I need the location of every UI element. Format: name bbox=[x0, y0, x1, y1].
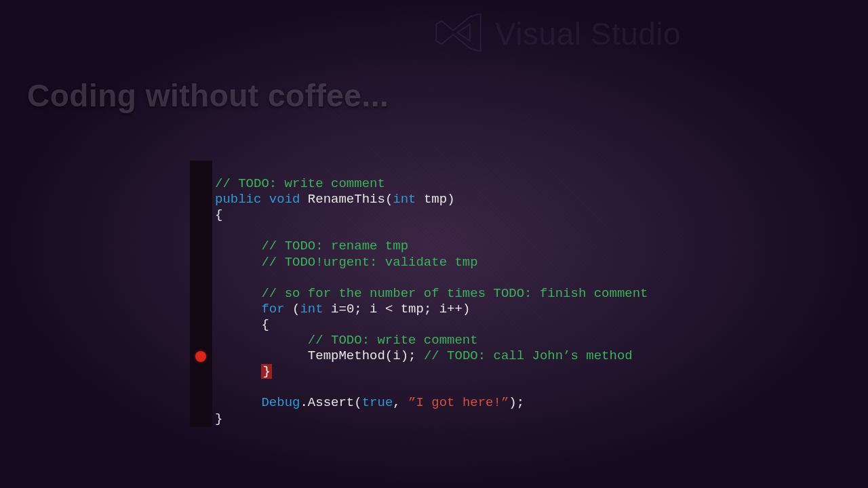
vs-logo-text: Visual Studio bbox=[495, 16, 681, 52]
code-brace-highlighted: } bbox=[261, 364, 271, 379]
code-keyword: public bbox=[215, 192, 261, 207]
code-keyword: true bbox=[362, 395, 393, 410]
breakpoint-icon[interactable] bbox=[195, 351, 206, 362]
code-comment: // TODO: write comment bbox=[308, 333, 478, 348]
code-brace: { bbox=[261, 317, 269, 332]
code-keyword: int bbox=[300, 302, 323, 317]
code-keyword: void bbox=[269, 192, 300, 207]
code-editor: // TODO: write comment public void Renam… bbox=[190, 161, 648, 427]
code-brace: { bbox=[215, 207, 222, 222]
code-comment: // TODO!urgent: validate tmp bbox=[261, 255, 477, 270]
editor-gutter[interactable] bbox=[190, 161, 212, 427]
tagline-text: Coding without coffee... bbox=[27, 77, 389, 114]
code-comment: // so for the number of times TODO: fini… bbox=[261, 286, 648, 301]
code-type: Debug bbox=[261, 395, 300, 410]
code-method-name: RenameThis bbox=[308, 192, 385, 207]
code-keyword: int bbox=[393, 192, 416, 207]
code-comment: // TODO: call John’s method bbox=[424, 348, 633, 363]
code-call: TempMethod(i); bbox=[308, 348, 416, 363]
code-brace: } bbox=[215, 411, 222, 426]
code-keyword: for bbox=[261, 302, 284, 317]
code-comment: // TODO: write comment bbox=[215, 176, 385, 191]
code-comment: // TODO: rename tmp bbox=[261, 239, 408, 253]
code-area[interactable]: // TODO: write comment public void Renam… bbox=[212, 161, 648, 427]
vs-logo-icon bbox=[431, 14, 486, 54]
code-string: ”I got here!” bbox=[408, 395, 509, 410]
visual-studio-logo: Visual Studio bbox=[431, 14, 681, 54]
